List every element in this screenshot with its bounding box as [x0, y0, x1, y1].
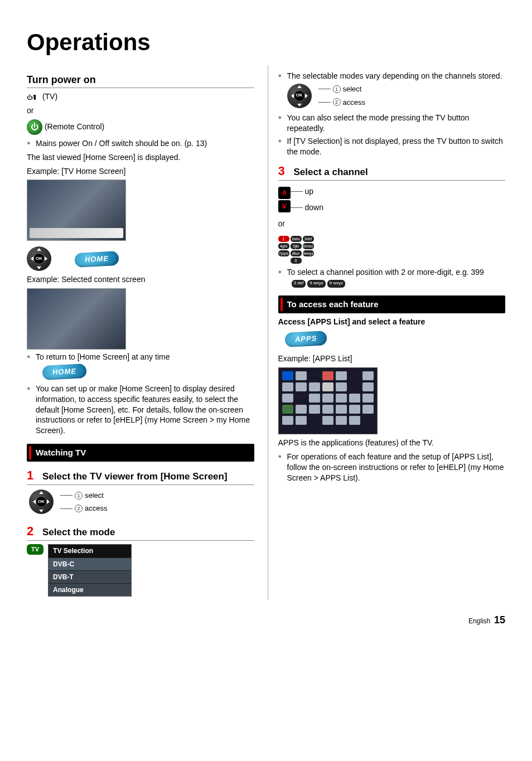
- key-9: 9 wxyz: [307, 280, 325, 288]
- bullet-multidigit: To select a channel position with 2 or m…: [278, 267, 506, 288]
- dpad-home-row: OK HOME: [27, 246, 254, 271]
- tv-selection-graphic: TV TV Selection DVB-C DVB-T Analogue: [27, 544, 254, 597]
- example-tvhome-label: Example: [TV Home Screen]: [27, 166, 254, 177]
- home-button: HOME: [74, 251, 119, 268]
- step-1: 1 Select the TV viewer from [Home Screen…: [27, 469, 254, 485]
- tv-power-icon: ⏻/: [27, 93, 39, 101]
- heading-watching-tv: Watching TV: [27, 444, 254, 462]
- apps-button: APPS: [284, 331, 327, 347]
- svg-text:⏻/: ⏻/: [27, 94, 34, 100]
- access-apps-sub: Access [APPS List] and select a feature: [278, 317, 506, 327]
- annot-access: access: [85, 503, 107, 513]
- bullet-not-displayed: If [TV Selection] is not displayed, pres…: [278, 136, 506, 157]
- channel-up-icon: ∧: [278, 187, 291, 199]
- svg-rect-1: [34, 95, 36, 100]
- dpad-icon-3: OK: [287, 84, 312, 108]
- home-button-2: HOME: [42, 363, 86, 380]
- or-label-2: or: [278, 219, 506, 229]
- annot-select-2: select: [343, 84, 362, 94]
- example-apps-label: Example: [APPS List]: [278, 353, 506, 364]
- channel-down-icon: ∨: [278, 200, 291, 212]
- tv-selection-option: DVB-C: [49, 558, 131, 570]
- tvhome-screenshot: [27, 180, 126, 241]
- selected-screenshot: [27, 288, 126, 350]
- bullet-also-select: You can also select the mode pressing th…: [278, 113, 506, 134]
- heading-turn-power-on: Turn power on: [27, 73, 254, 88]
- step-2: 2 Select the mode: [27, 525, 254, 541]
- bullet-setup: You can set up or make [Home Screen] to …: [27, 384, 254, 436]
- apps-list-screenshot: [278, 367, 378, 434]
- bullet-modes-vary: The selectable modes vary depending on t…: [278, 71, 506, 111]
- dpad-icon-2: OK: [29, 489, 54, 514]
- channel-up-down: ∧ ∨ up down: [278, 184, 506, 215]
- bullet-apps-ops: For operations of each feature and the s…: [278, 452, 506, 483]
- key-9b: 9 wxyz: [327, 280, 345, 288]
- page-number: English 15: [27, 613, 505, 627]
- tv-selection-menu: TV Selection DVB-C DVB-T Analogue: [48, 544, 132, 597]
- apps-desc: APPS is the applications (features) of t…: [278, 438, 506, 448]
- key-3: 3 def: [292, 280, 306, 288]
- tv-green-button: TV: [27, 544, 43, 555]
- example-selected-label: Example: Selected content screen: [27, 274, 254, 285]
- bullet-return: To return to [Home Screen] at any time H…: [27, 352, 254, 381]
- annot-select: select: [85, 491, 104, 501]
- heading-access-feature: To access each feature: [278, 295, 506, 313]
- numeric-keypad-icon: 1 2abc 3def 4ghi 5jkl 6mno 7pqrs 8tuv 9w…: [278, 236, 314, 264]
- page-title: Operations: [27, 27, 505, 59]
- remote-power-line: (Remote Control): [27, 119, 254, 135]
- bullet-mains: Mains power On / Off switch should be on…: [27, 138, 254, 149]
- tv-selection-option: Analogue: [49, 583, 131, 596]
- annot-access-2: access: [343, 98, 365, 108]
- or-label: or: [27, 105, 254, 116]
- dpad-icon: OK: [27, 246, 51, 271]
- text-last-viewed: The last viewed [Home Screen] is display…: [27, 152, 254, 163]
- tv-selection-title: TV Selection: [49, 545, 131, 557]
- remote-power-icon: [27, 119, 42, 135]
- step-3: 3 Select a channel: [278, 165, 506, 181]
- tv-selection-option: DVB-T: [49, 570, 131, 583]
- dpad-select-access: OK 1select 2access: [29, 489, 107, 514]
- tv-power-line: ⏻/ (TV): [27, 91, 254, 102]
